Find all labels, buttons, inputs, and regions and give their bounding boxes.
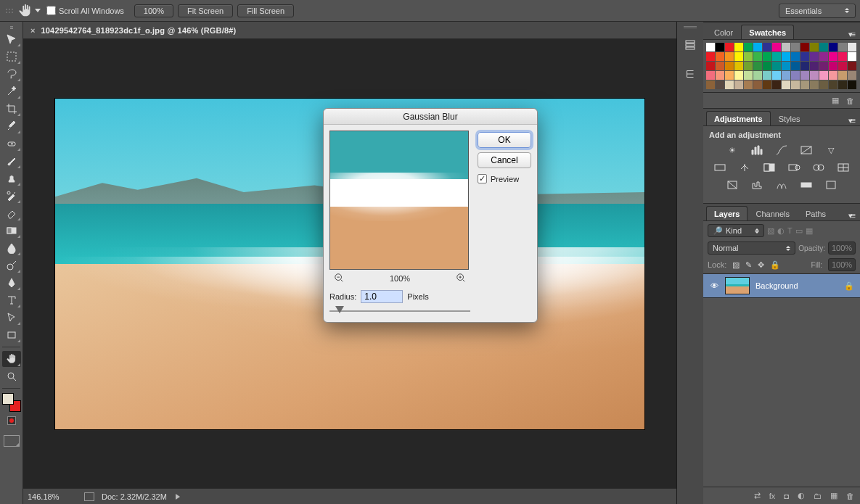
swatch[interactable] <box>763 62 771 70</box>
fill-value-field[interactable]: 100% <box>828 258 856 271</box>
gradient-map-icon[interactable] <box>799 178 814 191</box>
new-fill-adjustment-icon[interactable]: ◐ <box>798 491 805 500</box>
swatch[interactable] <box>791 80 800 89</box>
layer-visibility-icon[interactable]: 👁 <box>709 281 719 290</box>
move-tool[interactable] <box>2 31 21 47</box>
new-group-icon[interactable]: 🗀 <box>814 492 822 500</box>
swatch[interactable] <box>725 71 734 80</box>
fit-screen-button[interactable]: Fit Screen <box>178 4 233 17</box>
filter-preview[interactable] <box>329 131 469 270</box>
swatch[interactable] <box>819 80 828 89</box>
new-swatch-icon[interactable]: ▦ <box>832 96 839 105</box>
swatch[interactable] <box>753 62 762 70</box>
swatch[interactable] <box>706 71 715 80</box>
swatch[interactable] <box>706 80 715 89</box>
swatch[interactable] <box>800 52 809 61</box>
panel-menu-icon[interactable]: ▾≡ <box>845 116 857 125</box>
ok-button[interactable]: OK <box>478 132 531 148</box>
lock-all-icon[interactable]: 🔒 <box>770 260 780 270</box>
swatch[interactable] <box>706 43 715 51</box>
status-preview-icon[interactable] <box>84 492 94 501</box>
filter-shape-icon[interactable]: ▭ <box>795 226 803 236</box>
pen-tool[interactable] <box>2 275 21 291</box>
swatch[interactable] <box>819 43 828 51</box>
lock-image-icon[interactable]: ✎ <box>745 260 752 270</box>
path-selection-tool[interactable] <box>2 310 21 326</box>
swatch[interactable] <box>744 43 753 51</box>
layer-name-label[interactable]: Background <box>755 281 798 290</box>
magic-wand-tool[interactable] <box>2 83 21 99</box>
document-tab-title[interactable]: 10429542764_818923dc1f_o.jpg @ 146% (RGB… <box>41 26 236 35</box>
tab-adjustments[interactable]: Adjustments <box>706 111 771 125</box>
layer-style-icon[interactable]: fx <box>769 492 776 500</box>
swatch[interactable] <box>829 80 838 89</box>
swatch[interactable] <box>782 62 790 70</box>
swatch[interactable] <box>716 71 724 80</box>
swatch[interactable] <box>848 52 856 61</box>
black-white-icon[interactable] <box>762 161 777 174</box>
swatch[interactable] <box>706 62 715 70</box>
swatch[interactable] <box>829 62 838 70</box>
swatch[interactable] <box>744 62 753 70</box>
swatch[interactable] <box>725 62 734 70</box>
color-lookup-icon[interactable] <box>836 161 851 174</box>
blur-tool[interactable] <box>2 240 21 256</box>
swatch[interactable] <box>753 80 762 89</box>
brightness-contrast-icon[interactable]: ☀ <box>725 144 740 157</box>
brush-tool[interactable] <box>2 153 21 169</box>
history-brush-tool[interactable] <box>2 188 21 204</box>
preview-checkbox[interactable]: Preview <box>478 174 531 183</box>
delete-layer-icon[interactable]: 🗑 <box>846 492 854 500</box>
invert-icon[interactable] <box>725 178 740 191</box>
swatch[interactable] <box>791 52 800 61</box>
lasso-tool[interactable] <box>2 66 21 82</box>
swatch[interactable] <box>848 80 856 89</box>
zoom-tool[interactable] <box>2 368 21 384</box>
tab-layers[interactable]: Layers <box>706 206 748 220</box>
hue-saturation-icon[interactable] <box>713 161 727 174</box>
lock-position-icon[interactable]: ✥ <box>758 260 764 270</box>
fill-screen-button[interactable]: Fill Screen <box>237 4 294 17</box>
filter-type-icon[interactable]: T <box>787 226 793 235</box>
blend-mode-select[interactable]: Normal <box>708 241 795 255</box>
curves-icon[interactable] <box>774 144 789 157</box>
clone-stamp-tool[interactable] <box>2 170 21 186</box>
tab-channels[interactable]: Channels <box>748 206 797 220</box>
swatch[interactable] <box>838 62 847 70</box>
threshold-icon[interactable] <box>774 178 789 191</box>
healing-brush-tool[interactable] <box>2 136 21 152</box>
selective-color-icon[interactable] <box>824 178 838 191</box>
swatch[interactable] <box>744 80 753 89</box>
history-panel-icon[interactable] <box>680 35 700 55</box>
swatch[interactable] <box>800 62 809 70</box>
filter-smart-icon[interactable]: ▦ <box>806 226 813 236</box>
swatch[interactable] <box>772 62 781 70</box>
swatch[interactable] <box>838 71 847 80</box>
document-info[interactable]: Doc: 2.32M/2.32M <box>102 492 167 501</box>
swatch[interactable] <box>838 43 847 51</box>
swatch[interactable] <box>819 52 828 61</box>
swatch[interactable] <box>829 52 838 61</box>
swatch[interactable] <box>734 62 743 70</box>
channel-mixer-icon[interactable] <box>811 161 826 174</box>
layer-thumbnail[interactable] <box>725 277 750 294</box>
tool-preset-dropdown-icon[interactable] <box>35 9 41 12</box>
toolbox-grip-icon[interactable] <box>0 25 22 30</box>
swatch[interactable] <box>706 52 715 61</box>
swatch[interactable] <box>848 71 856 80</box>
swatch[interactable] <box>810 71 819 80</box>
zoom-out-icon[interactable] <box>334 273 344 284</box>
levels-icon[interactable] <box>750 144 764 157</box>
radius-input[interactable] <box>361 290 403 303</box>
swatch[interactable] <box>838 80 847 89</box>
swatch[interactable] <box>725 43 734 51</box>
swatch[interactable] <box>782 80 790 89</box>
foreground-color-swatch[interactable] <box>2 393 14 405</box>
swatch[interactable] <box>763 80 771 89</box>
swatch[interactable] <box>848 62 856 70</box>
swatch[interactable] <box>782 52 790 61</box>
cancel-button[interactable]: Cancel <box>478 152 531 168</box>
foreground-background-colors[interactable] <box>2 393 21 412</box>
swatch[interactable] <box>744 71 753 80</box>
hand-tool-icon[interactable] <box>17 3 33 19</box>
